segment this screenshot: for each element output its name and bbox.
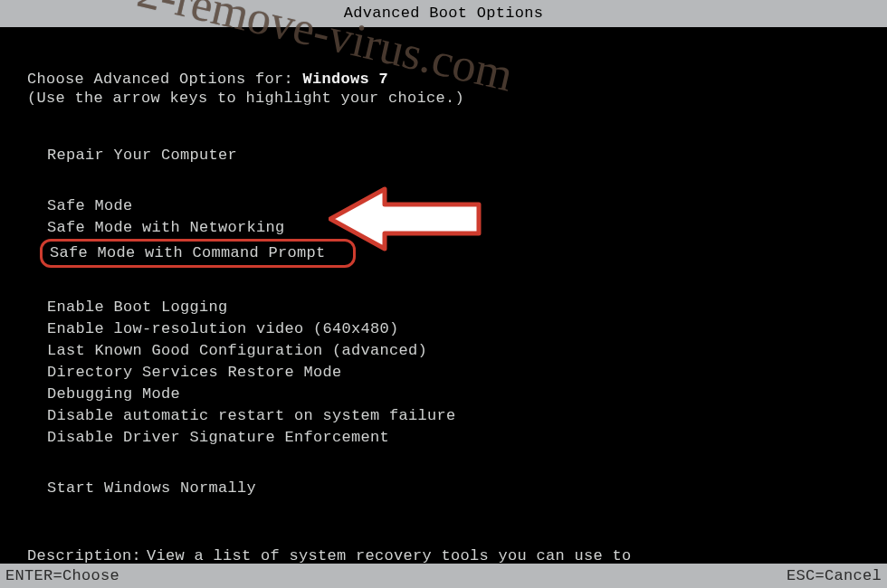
menu-directory-services-restore[interactable]: Directory Services Restore Mode: [47, 362, 887, 384]
arrow-annotation-icon: [329, 185, 482, 252]
footer-esc: ESC=Cancel: [787, 567, 882, 584]
footer-bar: ENTER=Choose ESC=Cancel: [0, 564, 887, 588]
menu-debugging-mode[interactable]: Debugging Mode: [47, 384, 887, 405]
menu-start-normally[interactable]: Start Windows Normally: [47, 478, 887, 499]
menu-safe-mode-command-prompt[interactable]: Safe Mode with Command Prompt: [40, 239, 356, 268]
menu-repair-computer[interactable]: Repair Your Computer: [47, 145, 887, 166]
arrow-keys-hint: (Use the arrow keys to highlight your ch…: [27, 90, 887, 107]
choose-prefix: Choose Advanced Options for:: [27, 71, 303, 88]
choose-line: Choose Advanced Options for: Windows 7: [27, 71, 887, 88]
menu-boot-logging[interactable]: Enable Boot Logging: [47, 297, 887, 318]
os-name: Windows 7: [303, 71, 389, 88]
footer-enter: ENTER=Choose: [5, 567, 119, 584]
window-title: Advanced Boot Options: [0, 0, 887, 27]
menu-last-known-good[interactable]: Last Known Good Configuration (advanced): [47, 340, 887, 362]
menu-disable-auto-restart[interactable]: Disable automatic restart on system fail…: [47, 405, 887, 427]
boot-menu: Choose Advanced Options for: Windows 7 (…: [0, 27, 887, 588]
menu-disable-driver-sig[interactable]: Disable Driver Signature Enforcement: [47, 427, 887, 449]
menu-low-res-video[interactable]: Enable low-resolution video (640x480): [47, 318, 887, 340]
